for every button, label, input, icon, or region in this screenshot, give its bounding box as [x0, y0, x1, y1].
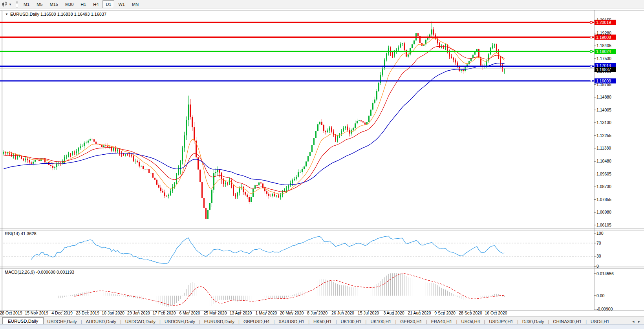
chart-tab-gbpusd-h4[interactable]: GBPUSD,H4 — [240, 318, 273, 325]
period-buttons-group: M1M5M15M30H1H4D1W1MN — [20, 0, 142, 9]
svg-text:15 Jul 2020: 15 Jul 2020 — [358, 311, 379, 315]
svg-text:1.20019: 1.20019 — [596, 20, 611, 25]
svg-text:20 May 2020: 20 May 2020 — [280, 311, 304, 315]
period-button-M5[interactable]: M5 — [33, 0, 46, 8]
chart-title-text: EURUSD,Daily 1.16580 1.16838 1.16493 1.1… — [10, 12, 106, 16]
svg-text:1.06105: 1.06105 — [596, 223, 611, 227]
chart-tab-eurusd-daily[interactable]: EURUSD,Daily — [2, 317, 44, 325]
svg-text:17 Feb 2020: 17 Feb 2020 — [153, 311, 176, 315]
svg-text:28 Sep 2020: 28 Sep 2020 — [459, 311, 482, 315]
chart-tab-usdcad-daily[interactable]: USDCAD,Daily — [122, 318, 159, 325]
price-tag-1.18024: 1.18024 — [595, 49, 616, 54]
period-button-D1[interactable]: D1 — [102, 0, 114, 8]
svg-text:1.18405: 1.18405 — [596, 43, 611, 48]
chart-tab-dj30-daily[interactable]: DJ30,Daily — [519, 318, 548, 325]
svg-text:1.11380: 1.11380 — [596, 146, 611, 150]
svg-text:1.14880: 1.14880 — [596, 95, 611, 99]
price-tag-1.16003: 1.16003 — [595, 79, 616, 84]
svg-text:13 Apr 2020: 13 Apr 2020 — [230, 311, 252, 315]
svg-text:9 Sep 2020: 9 Sep 2020 — [434, 311, 456, 315]
svg-text:1 May 2020: 1 May 2020 — [256, 311, 277, 315]
svg-text:23 Dec 2019: 23 Dec 2019 — [76, 311, 99, 315]
period-button-MN[interactable]: MN — [129, 0, 142, 8]
svg-text:1.16837: 1.16837 — [596, 67, 611, 72]
period-button-M15[interactable]: M15 — [46, 0, 61, 8]
price-tag-1.20019: 1.20019 — [595, 20, 616, 25]
svg-text:29 Jan 2020: 29 Jan 2020 — [127, 311, 150, 315]
svg-text:100: 100 — [596, 231, 604, 236]
chart-tabs: EURUSD,DailyUSDCHF,Daily|AUDUSD,Daily|US… — [0, 317, 613, 325]
chart-tab-china300-h1[interactable]: CHINA300,H1 — [549, 318, 585, 325]
svg-text:10 Jan 2020: 10 Jan 2020 — [102, 311, 124, 315]
chart-tab-usoil-h1[interactable]: USOil,H1 — [587, 318, 613, 325]
svg-text:0.00: 0.00 — [596, 293, 605, 298]
svg-text:70: 70 — [596, 241, 601, 245]
chart-tab-usdchf-daily[interactable]: USDCHF,Daily — [44, 318, 80, 325]
svg-text:1.16003: 1.16003 — [596, 79, 611, 83]
svg-text:0.014556: 0.014556 — [596, 271, 614, 276]
svg-text:26 Jun 2020: 26 Jun 2020 — [331, 311, 354, 315]
timeframe-toolbar: ▼ M1M5M15M30H1H4D1W1MN — [0, 0, 644, 9]
status-strip — [0, 324, 644, 329]
chart-tab-uk100-h1[interactable]: UK100,H1 — [337, 318, 365, 325]
chevron-down-icon[interactable]: ▼ — [9, 3, 12, 6]
svg-text:1.08730: 1.08730 — [596, 184, 611, 189]
candlestick-chart-icon[interactable] — [1, 1, 8, 7]
svg-text:1.14005: 1.14005 — [596, 108, 611, 112]
scroll-right-icon[interactable]: ► — [637, 320, 641, 324]
svg-text:1.18024: 1.18024 — [596, 49, 611, 54]
period-button-M1[interactable]: M1 — [20, 0, 33, 8]
svg-text:16 Oct 2020: 16 Oct 2020 — [485, 311, 507, 315]
price-tag-current: 1.16837 — [595, 67, 616, 72]
svg-text:30: 30 — [596, 254, 601, 258]
chart-tab-bar: EURUSD,DailyUSDCHF,Daily|AUDUSD,Daily|US… — [0, 316, 644, 325]
chart-tab-xauusd-h1[interactable]: XAUUSD,H1 — [275, 318, 308, 325]
price-tag-1.19008: 1.19008 — [595, 35, 616, 40]
chart-tab-fra40-h1[interactable]: FRA40,H1 — [428, 318, 456, 325]
chart-canvas[interactable]: 1.201551.192801.184051.175301.166551.157… — [0, 0, 644, 329]
svg-text:1.19008: 1.19008 — [596, 35, 611, 40]
trading-terminal-window: ▼ M1M5M15M30H1H4D1W1MN 1.201551.192801.1… — [0, 0, 644, 329]
chart-title: ▼EURUSD,Daily 1.16580 1.16838 1.16493 1.… — [5, 12, 106, 16]
chart-tab-audusd-daily[interactable]: AUDUSD,Daily — [82, 318, 120, 325]
period-button-M30[interactable]: M30 — [62, 0, 77, 8]
svg-text:25 Mar 2020: 25 Mar 2020 — [204, 311, 227, 315]
svg-text:1.10480: 1.10480 — [596, 159, 611, 163]
toolbar-grip[interactable] — [16, 1, 18, 7]
svg-text:8 Jun 2020: 8 Jun 2020 — [307, 311, 327, 315]
svg-text:4 Dec 2019: 4 Dec 2019 — [51, 311, 73, 315]
svg-text:1.06980: 1.06980 — [596, 210, 611, 214]
period-button-H4[interactable]: H4 — [90, 0, 102, 8]
svg-text:3 Aug 2020: 3 Aug 2020 — [383, 311, 404, 315]
collapse-arrow-icon[interactable]: ▼ — [5, 13, 8, 16]
chart-tab-hk50-h1[interactable]: HK50,H1 — [310, 318, 335, 325]
macd-indicator-label: MACD(12,26,9) -0.000600 0.001193 — [5, 270, 74, 274]
svg-text:1.13130: 1.13130 — [596, 120, 611, 125]
period-button-W1[interactable]: W1 — [115, 0, 128, 8]
svg-text:6 Mar 2020: 6 Mar 2020 — [179, 311, 200, 315]
chart-tab-uk100-h1[interactable]: UK100,H1 — [367, 318, 395, 325]
period-button-H1[interactable]: H1 — [77, 0, 89, 8]
chart-tab-usdjpy-h1[interactable]: USDJPY,H1 — [485, 318, 517, 325]
svg-text:1.07855: 1.07855 — [596, 197, 611, 202]
svg-text:15 Nov 2019: 15 Nov 2019 — [25, 311, 48, 315]
chart-tab-usdcnh-daily[interactable]: USDCNH,Daily — [161, 318, 199, 325]
rsi-indicator-label: RSI(14) 41.3628 — [5, 231, 37, 236]
scroll-left-icon[interactable]: ◄ — [631, 320, 635, 324]
chart-tab-eurusd-daily[interactable]: EURUSD,Daily — [201, 318, 238, 325]
svg-text:1.12255: 1.12255 — [596, 133, 611, 138]
svg-text:0: 0 — [596, 264, 599, 269]
chart-tab-usoil-h4[interactable]: USOil,H4 — [457, 318, 483, 325]
svg-text:21 Aug 2020: 21 Aug 2020 — [408, 311, 431, 315]
svg-text:28 Oct 2019: 28 Oct 2019 — [0, 311, 22, 315]
svg-text:1.09605: 1.09605 — [596, 172, 611, 176]
svg-text:1.17530: 1.17530 — [596, 56, 611, 61]
svg-text:-0.00900: -0.00900 — [596, 307, 613, 311]
chart-tab-ger30-h1[interactable]: GER30,H1 — [397, 318, 426, 325]
